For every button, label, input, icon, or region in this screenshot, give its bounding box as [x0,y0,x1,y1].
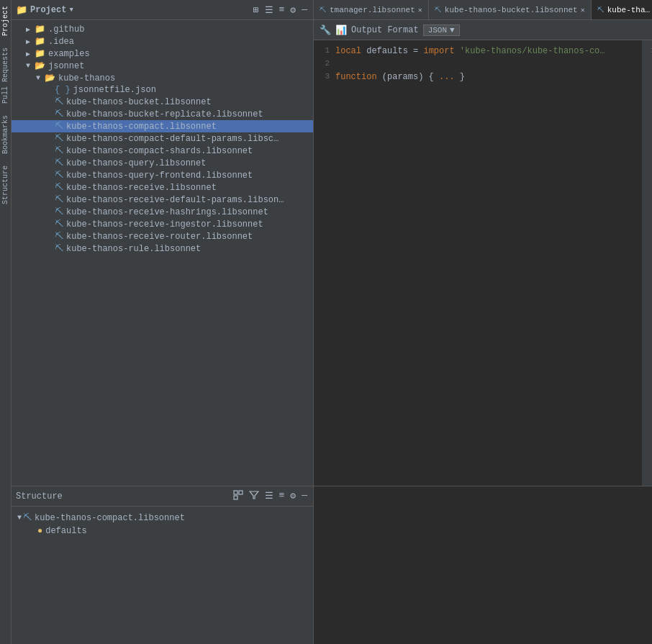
tree-label-idea: .idea [48,37,74,47]
tree-item-jsonnet[interactable]: ▼ 📂 jsonnet [12,60,313,72]
tab-close-kube-thanos-bucket[interactable]: ✕ [581,6,585,14]
struct-toolbar-funnel-icon[interactable] [248,489,261,504]
structure-toolbar: Structure ☰ ≡ [12,486,313,507]
code-line-1: 1 local defaults = import 'kube-thanos/k… [314,46,652,59]
project-toolbar-expand-icon[interactable]: ⊞ [252,3,261,17]
structure-panel: Structure ☰ ≡ [12,486,314,644]
tree-label-receive-hashrings: kube-thanos-receive-hashrings.libsonnet [66,207,268,217]
project-dropdown-icon[interactable]: ▼ [69,6,73,14]
editor-tab-kube-thanos-bucket[interactable]: ⛏ kube-thanos-bucket.libsonnet ✕ [429,0,592,19]
json-dropdown[interactable]: JSON ▼ [423,24,460,36]
code-text-3: function (params) { ... } [335,72,465,82]
wrench-icon[interactable]: 🔧 [320,24,331,36]
sidebar-tab-bookmarks[interactable]: Bookmarks [0,109,11,160]
tree-item-kube-thanos-query[interactable]: ⛏ kube-thanos-query.libsonnet [12,157,313,169]
project-toolbar-minimize-icon[interactable]: — [300,3,309,17]
tree-item-idea[interactable]: ▶ 📁 .idea [12,35,313,47]
json-dropdown-arrow: ▼ [450,26,455,35]
tree-item-kube-thanos-rule[interactable]: ⛏ kube-thanos-rule.libsonnet [12,242,313,255]
folder-icon-idea: 📁 [35,36,45,47]
editor-tab-kube-thanos-compact[interactable]: ⛏ kube-tha… ✕ [592,0,652,19]
file-icon-query-frontend: ⛏ [55,170,63,181]
project-toolbar-list-icon[interactable]: ☰ [263,3,275,17]
file-icon-compact: ⛏ [55,121,63,132]
tree-label-receive-ingestor: kube-thanos-receive-ingestor.libsonnet [66,219,263,230]
tree-item-kube-thanos-receive-hashrings[interactable]: ⛏ kube-thanos-receive-hashrings.libsonne… [12,206,313,218]
tab-icon-kube-thanos-compact: ⛏ [597,6,605,14]
structure-title: Structure [16,491,229,502]
editor-content[interactable]: 1 local defaults = import 'kube-thanos/k… [314,40,652,486]
struct-toolbar-filter-icon[interactable]: ≡ [278,489,286,504]
tree-arrow-github: ▶ [26,25,33,34]
folder-icon-examples: 📁 [35,48,45,59]
tree-item-kube-thanos-receive-ingestor[interactable]: ⛏ kube-thanos-receive-ingestor.libsonnet [12,218,313,230]
tree-item-jsonnetfile[interactable]: { } jsonnetfile.json [12,84,313,96]
structure-content: ▼ ⛏ kube-thanos-compact.libsonnet ● defa… [12,507,313,644]
editor-tabs: ⛏ tmanager.libsonnet ✕ ⛏ kube-thanos-buc… [314,0,652,20]
sidebar-tab-project[interactable]: Project [0,0,11,42]
keyword-import: import [423,46,454,56]
tree-label-rule: kube-thanos-rule.libsonnet [66,244,201,254]
tree-item-kube-thanos-compact[interactable]: ⛏ kube-thanos-compact.libsonnet [12,120,313,132]
file-icon-bucket-replicate: ⛏ [55,109,63,119]
tree-label-bucket: kube-thanos-bucket.libsonnet [66,97,212,107]
tree-label-compact: kube-thanos-compact.libsonnet [66,122,217,132]
tree-label-receive-router: kube-thanos-receive-router.libsonnet [66,232,253,242]
tree-label-github: .github [48,24,84,35]
sidebar-tab-structure[interactable]: Structure [0,160,11,210]
tree-item-examples[interactable]: ▶ 📁 examples [12,47,313,60]
struct-toolbar-minimize-icon[interactable]: — [300,489,309,504]
line-number-1: 1 [314,46,335,55]
project-toolbar: 📁 Project ▼ ⊞ ☰ ≡ ⚙ — [12,0,313,20]
file-icon-receive-router: ⛏ [55,231,63,242]
struct-item-kube-thanos-compact[interactable]: ▼ ⛏ kube-thanos-compact.libsonnet [14,511,310,525]
sidebar-tab-pull-requests[interactable]: Pull Requests [0,42,11,109]
code-line-3: 3 function (params) { ... } [314,72,652,85]
project-toolbar-settings-icon[interactable]: ⚙ [289,3,297,17]
tree-label-receive: kube-thanos-receive.libsonnet [66,183,217,193]
bar-chart-icon[interactable]: 📊 [335,24,347,36]
struct-toolbar-expand-icon[interactable] [232,489,245,504]
bottom-editor-area [314,486,652,644]
file-icon-compact-default-params: ⛏ [55,133,63,144]
struct-label-compact: kube-thanos-compact.libsonnet [35,513,185,523]
editor-toolbar: 🔧 📊 Output Format JSON ▼ [314,20,652,40]
struct-toolbar-settings-icon[interactable]: ⚙ [289,489,297,504]
tree-item-kube-thanos-compact-shards[interactable]: ⛏ kube-thanos-compact-shards.libsonnet [12,145,313,157]
project-panel-title: 📁 Project ▼ [16,4,249,16]
tree-label-jsonnet: jsonnet [48,61,84,71]
keyword-local: local [335,46,361,56]
editor-tab-tmanager[interactable]: ⛏ tmanager.libsonnet ✕ [314,0,429,19]
string-import-path: 'kube-thanos/kube-thanos-co… [460,46,605,56]
tree-label-compact-default-params: kube-thanos-compact-default-params.libsc… [66,134,279,144]
file-icon-receive: ⛏ [55,182,63,193]
code-line-2: 2 [314,59,652,72]
tree-item-kube-thanos-receive[interactable]: ⛏ kube-thanos-receive.libsonnet [12,181,313,194]
struct-icon-defaults: ● [37,526,42,536]
project-toolbar-filter-icon[interactable]: ≡ [278,3,286,17]
project-toolbar-icons: ⊞ ☰ ≡ ⚙ — [252,3,309,17]
struct-toolbar-list-icon[interactable]: ☰ [263,489,275,504]
tree-item-github[interactable]: ▶ 📁 .github [12,23,313,35]
left-sidebar: Project Pull Requests Bookmarks Structur… [0,0,12,644]
tree-item-kube-thanos-bucket-replicate[interactable]: ⛏ kube-thanos-bucket-replicate.libsonnet [12,108,313,120]
tree-item-kube-thanos[interactable]: ▼ 📂 kube-thanos [12,72,313,84]
tree-item-kube-thanos-compact-default-params[interactable]: ⛏ kube-thanos-compact-default-params.lib… [12,132,313,145]
file-icon-receive-default-params: ⛏ [55,194,63,205]
tree-item-kube-thanos-query-frontend[interactable]: ⛏ kube-thanos-query-frontend.libsonnet [12,169,313,181]
line-number-3: 3 [314,72,335,81]
file-icon-jsonnetfile: { } [55,85,71,95]
file-icon-bucket: ⛏ [55,96,63,107]
tree-arrow-examples: ▶ [26,50,33,58]
tree-item-kube-thanos-bucket[interactable]: ⛏ kube-thanos-bucket.libsonnet [12,96,313,108]
struct-label-defaults: defaults [45,526,87,536]
structure-toolbar-icons: ☰ ≡ ⚙ — [232,489,309,504]
editor-line-gutter: 1 [642,40,652,486]
top-area: 📁 Project ▼ ⊞ ☰ ≡ ⚙ — ▶ 📁 .github [12,0,652,486]
tab-close-tmanager[interactable]: ✕ [418,6,422,14]
struct-item-defaults[interactable]: ● defaults [14,525,310,538]
tree-item-kube-thanos-receive-router[interactable]: ⛏ kube-thanos-receive-router.libsonnet [12,230,313,242]
file-icon-compact-shards: ⛏ [55,145,63,156]
tab-label-tmanager: tmanager.libsonnet [330,6,415,14]
tree-item-kube-thanos-receive-default-params[interactable]: ⛏ kube-thanos-receive-default-params.lib… [12,194,313,206]
